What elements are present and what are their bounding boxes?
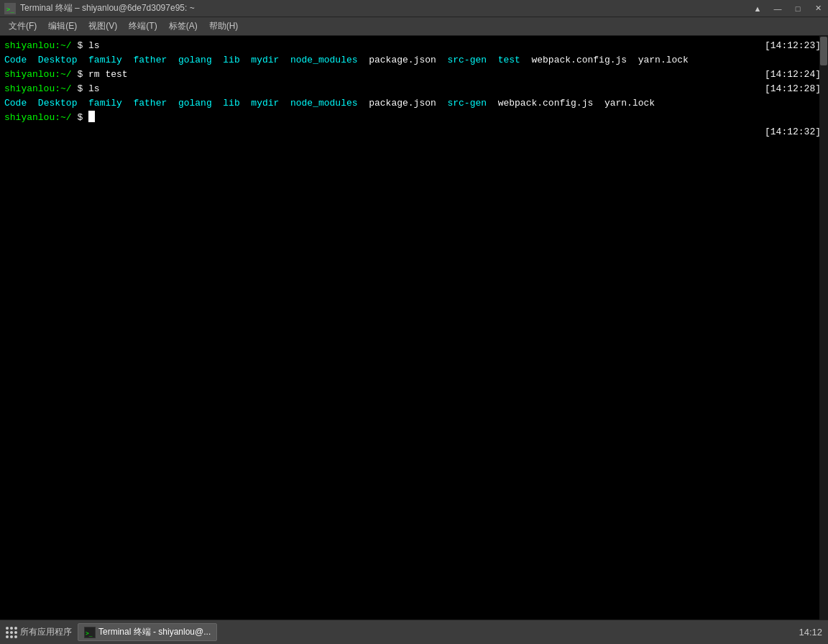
dir-father-1: father (133, 53, 167, 68)
menu-edit[interactable]: 编辑(E) (42, 18, 83, 34)
apps-dot (14, 627, 17, 630)
menu-terminal[interactable]: 终端(T) (123, 18, 162, 34)
menubar: 文件(F) 编辑(E) 视图(V) 终端(T) 标签(A) 帮助(H) (0, 17, 828, 36)
file-webpack-1: webpack.config.js (531, 53, 627, 68)
apps-dot (14, 631, 17, 634)
prompt-dollar-2: $ (72, 68, 88, 82)
prompt-dollar-3: $ (72, 82, 88, 96)
dir-lib-2: lib (223, 96, 239, 111)
file-packagejson-1: package.json (369, 53, 436, 68)
titlebar-left: >_ Terminal 终端 – shiyanlou@6de7d3097e95:… (0, 2, 195, 14)
menu-view[interactable]: 视图(V) (83, 18, 123, 34)
file-packagejson-2: package.json (369, 96, 436, 111)
apps-label: 所有应用程序 (20, 626, 72, 638)
svg-text:>_: >_ (6, 6, 14, 13)
dir-father-2: father (133, 96, 167, 111)
dir-golang-2: golang (178, 96, 212, 111)
apps-dot (10, 635, 13, 638)
titlebar-minimize-btn[interactable]: — (768, 0, 788, 17)
prompt-4: shiyanlou:~/ (4, 111, 72, 125)
terminal-output-1: Code Desktop family father golang lib my… (4, 53, 824, 68)
prompt-3: shiyanlou:~/ (4, 82, 72, 96)
terminal-line-2: shiyanlou:~/ $ rm test [14:12:24] (4, 68, 824, 82)
dir-nodemodules-1: node_modules (290, 53, 358, 68)
dir-golang-1: golang (178, 53, 212, 68)
taskbar-time: 14:12 (799, 627, 822, 638)
titlebar-maximize-btn[interactable]: □ (788, 0, 808, 17)
dir-family-2: family (88, 96, 122, 111)
terminal-taskbar-button[interactable]: >_ Terminal 终端 - shiyanlou@... (78, 623, 217, 641)
svg-text:>_: >_ (86, 630, 93, 637)
prompt-2: shiyanlou:~/ (4, 68, 72, 82)
apps-dot (10, 631, 13, 634)
timestamp-3: [14:12:28] (765, 82, 821, 96)
scrollbar-thumb[interactable] (820, 37, 827, 65)
dir-mydir-1: mydir (251, 53, 279, 68)
terminal-line-4: shiyanlou:~/ $ [14:12:32] (4, 111, 824, 125)
prompt-dollar-4: $ (72, 111, 88, 125)
terminal-cursor (88, 111, 95, 122)
cmd-2: rm test (88, 68, 128, 82)
apps-dot (6, 631, 9, 634)
file-yarn-2: yarn.lock (604, 96, 655, 111)
apps-dot (6, 635, 9, 638)
menu-help[interactable]: 帮助(H) (203, 18, 244, 34)
terminal-output-2: Code Desktop family father golang lib my… (4, 96, 824, 111)
terminal-area[interactable]: shiyanlou:~/ $ ls [14:12:23] Code Deskto… (0, 36, 828, 620)
dir-desktop-1: Desktop (38, 53, 78, 68)
dir-srcgen-2: src-gen (447, 96, 487, 111)
dir-code-2: Code (4, 96, 27, 111)
window-controls[interactable]: ▲ — □ ✕ (748, 0, 828, 17)
scrollbar-track[interactable] (819, 36, 828, 620)
apps-dot (10, 627, 13, 630)
taskbar: 所有应用程序 >_ Terminal 终端 - shiyanlou@... 14… (0, 620, 828, 644)
dir-test-1: test (498, 53, 520, 68)
terminal-taskbar-icon: >_ (84, 627, 96, 638)
apps-grid-icon (6, 627, 17, 638)
file-yarn-1: yarn.lock (638, 53, 689, 68)
timestamp-4: [14:12:32] (765, 125, 821, 139)
taskbar-left: 所有应用程序 >_ Terminal 终端 - shiyanlou@... (6, 623, 217, 641)
file-webpack-2: webpack.config.js (498, 96, 594, 111)
terminal-line-3: shiyanlou:~/ $ ls [14:12:28] (4, 82, 824, 96)
terminal-icon: >_ (4, 3, 16, 14)
cmd-1: ls (88, 39, 100, 53)
apps-icon[interactable]: 所有应用程序 (6, 626, 72, 638)
prompt-dollar-1: $ (72, 39, 88, 53)
dir-family-1: family (88, 53, 122, 68)
titlebar-close-btn[interactable]: ✕ (808, 0, 828, 17)
timestamp-1: [14:12:23] (765, 39, 821, 53)
titlebar: >_ Terminal 终端 – shiyanlou@6de7d3097e95:… (0, 0, 828, 17)
menu-file[interactable]: 文件(F) (3, 18, 42, 34)
terminal-taskbar-label: Terminal 终端 - shiyanlou@... (98, 626, 211, 638)
terminal-line-1: shiyanlou:~/ $ ls [14:12:23] (4, 39, 824, 53)
dir-lib-1: lib (223, 53, 239, 68)
dir-mydir-2: mydir (251, 96, 279, 111)
dir-nodemodules-2: node_modules (290, 96, 358, 111)
timestamp-2: [14:12:24] (765, 68, 821, 82)
apps-dot (6, 627, 9, 630)
cmd-3: ls (88, 82, 100, 96)
menu-tabs[interactable]: 标签(A) (163, 18, 203, 34)
dir-srcgen-1: src-gen (447, 53, 487, 68)
dir-desktop-2: Desktop (38, 96, 78, 111)
apps-dot (14, 635, 17, 638)
prompt-1: shiyanlou:~/ (4, 39, 72, 53)
dir-code-1: Code (4, 53, 27, 68)
titlebar-other-btn[interactable]: ▲ (748, 0, 768, 17)
window-title: Terminal 终端 – shiyanlou@6de7d3097e95: ~ (20, 2, 195, 14)
